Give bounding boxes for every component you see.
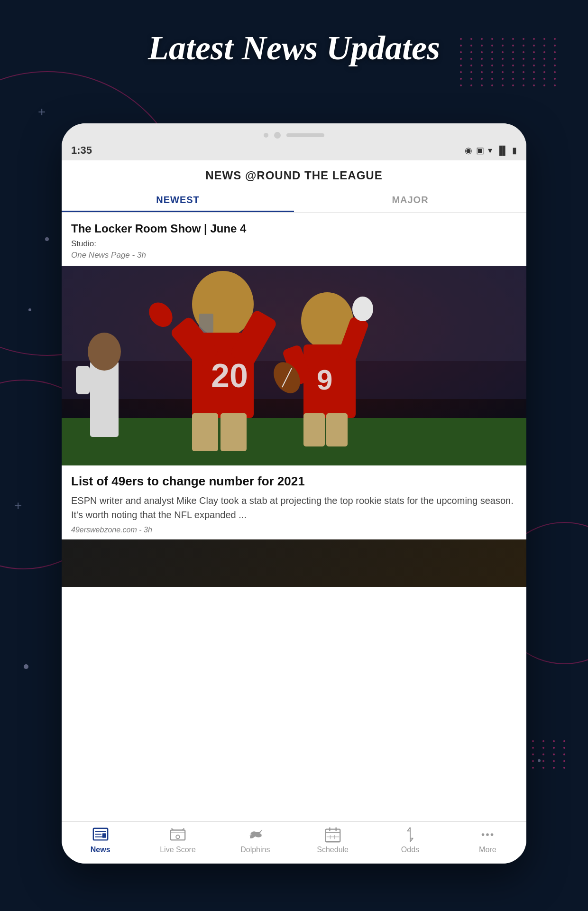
- decoration-dot: [554, 78, 556, 80]
- news-text-block-2[interactable]: List of 49ers to change number for 2021 …: [62, 465, 526, 539]
- decoration-dot: [502, 78, 504, 80]
- decoration-dot: [533, 84, 535, 86]
- decoration-dot: [542, 740, 544, 742]
- tab-major[interactable]: MAJOR: [294, 188, 526, 212]
- decoration-dot: [532, 747, 534, 749]
- nav-item-odds[interactable]: Odds: [371, 826, 449, 854]
- decoration-dot: [481, 71, 483, 73]
- tab-newest[interactable]: NEWEST: [62, 188, 294, 212]
- nav-label-more: More: [479, 846, 496, 854]
- decoration-dot: [532, 740, 534, 742]
- decoration-dot: [512, 78, 514, 80]
- news-title-2: List of 49ers to change number for 2021: [71, 474, 517, 489]
- phone-top-bar: [62, 123, 526, 143]
- signal-icon: ▐▌: [496, 146, 508, 156]
- news-content: The Locker Room Show | June 4 Studio: On…: [62, 213, 526, 821]
- app-header: NEWS @ROUND THE LEAGUE NEWEST MAJOR: [62, 160, 526, 213]
- more-icon: [478, 826, 496, 844]
- decoration-dot: [542, 753, 544, 755]
- decoration-dot: [563, 753, 565, 755]
- decoration-dot: [532, 760, 534, 762]
- phone-camera-main: [274, 132, 281, 139]
- nav-item-schedule[interactable]: Schedule: [294, 826, 371, 854]
- nav-item-livescore[interactable]: Live Score: [139, 826, 216, 854]
- app-header-title: NEWS @ROUND THE LEAGUE: [62, 169, 526, 182]
- decoration-dot: [532, 753, 534, 755]
- decoration-dot: [502, 71, 504, 73]
- nav-label-livescore: Live Score: [160, 846, 196, 854]
- nav-item-more[interactable]: More: [449, 826, 526, 854]
- plus-decoration-2: +: [14, 498, 22, 513]
- svg-point-34: [176, 835, 180, 839]
- decoration-dot: [543, 78, 545, 80]
- battery-icon: ▮: [512, 145, 517, 156]
- decoration-dot: [460, 78, 462, 80]
- phone-camera-small: [264, 133, 268, 138]
- sim-icon: ▣: [476, 145, 484, 156]
- decoration-dot: [563, 767, 565, 769]
- news-body-2: ESPN writer and analyst Mike Clay took a…: [71, 493, 517, 522]
- odds-icon: [401, 826, 419, 844]
- news-item-3-partial: [62, 539, 526, 587]
- decoration-dot: [532, 767, 534, 769]
- status-bar: 1:35 ◉ ▣ ▾ ▐▌ ▮: [62, 143, 526, 160]
- decoration-dot: [554, 71, 556, 73]
- decoration-dot: [470, 71, 472, 73]
- news-item-1[interactable]: The Locker Room Show | June 4 Studio: On…: [62, 213, 526, 266]
- decoration-dot: [481, 78, 483, 80]
- news-icon: [92, 826, 110, 844]
- scatter-dot: [45, 237, 49, 241]
- scatter-dot: [24, 664, 28, 669]
- decoration-dot: [553, 767, 555, 769]
- svg-point-37: [250, 834, 252, 836]
- nav-label-schedule: Schedule: [317, 846, 349, 854]
- schedule-icon: [324, 826, 342, 844]
- decoration-dot: [460, 71, 462, 73]
- decoration-dot: [470, 84, 472, 86]
- nav-label-news: News: [91, 846, 110, 854]
- nav-label-dolphins: Dolphins: [240, 846, 270, 854]
- plus-decoration-1: +: [38, 104, 46, 120]
- decoration-dot: [553, 760, 555, 762]
- phone-speaker: [286, 133, 324, 137]
- decoration-dot: [512, 84, 514, 86]
- news-image-2: 20: [62, 266, 526, 465]
- decoration-dot: [470, 78, 472, 80]
- media-icon: ◉: [465, 145, 472, 156]
- decoration-dot: [553, 740, 555, 742]
- decoration-dot: [481, 84, 483, 86]
- decoration-dot: [533, 78, 535, 80]
- news-subtitle-1: Studio:: [71, 239, 517, 249]
- phone-mockup: 1:35 ◉ ▣ ▾ ▐▌ ▮ NEWS @ROUND THE LEAGUE N…: [62, 123, 526, 864]
- news-title-1: The Locker Room Show | June 4: [71, 222, 517, 235]
- status-time: 1:35: [71, 144, 92, 157]
- decoration-dot: [512, 71, 514, 73]
- live-score-icon: [169, 826, 187, 844]
- decoration-dot: [533, 71, 535, 73]
- decoration-dot: [543, 71, 545, 73]
- decoration-dot: [523, 78, 524, 80]
- bottom-nav: News Live Score Dolphins: [62, 821, 526, 864]
- nav-item-dolphins[interactable]: Dolphins: [217, 826, 294, 854]
- decoration-dot: [502, 84, 504, 86]
- svg-point-46: [482, 833, 485, 836]
- decoration-dot: [542, 760, 544, 762]
- decoration-dot: [554, 84, 556, 86]
- decoration-dot: [542, 747, 544, 749]
- decoration-dot: [491, 78, 493, 80]
- page-title: Latest News Updates: [0, 28, 588, 68]
- decoration-dot: [523, 84, 524, 86]
- decoration-dot: [523, 71, 524, 73]
- news-item-2[interactable]: 20: [62, 266, 526, 465]
- tabs-container: NEWEST MAJOR: [62, 188, 526, 212]
- nav-item-news[interactable]: News: [62, 826, 139, 854]
- svg-rect-38: [325, 829, 340, 842]
- decoration-dot: [543, 84, 545, 86]
- news-source-1: One News Page - 3h: [71, 251, 517, 260]
- decoration-dot: [491, 84, 493, 86]
- svg-rect-31: [102, 833, 106, 838]
- scatter-dot: [28, 308, 31, 311]
- svg-rect-26: [62, 266, 526, 465]
- decoration-dot: [491, 71, 493, 73]
- decoration-dot: [542, 767, 544, 769]
